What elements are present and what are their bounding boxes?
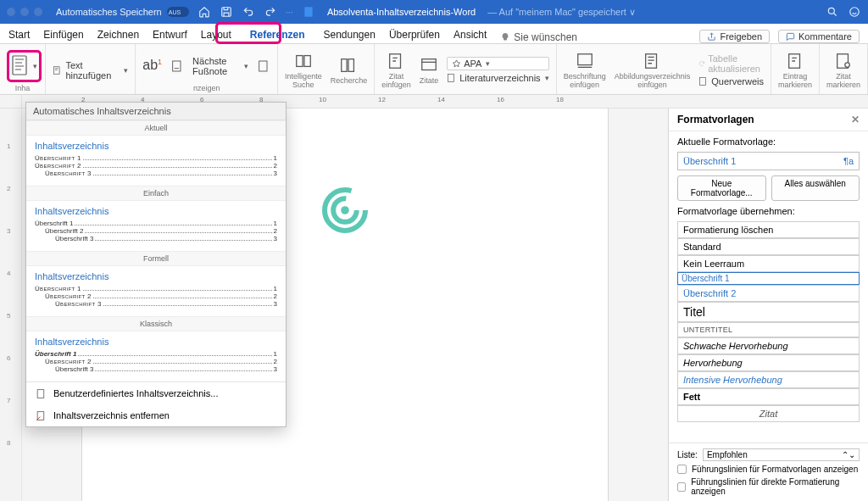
style-list: Formatierung löschen Standard Kein Leerr…	[677, 221, 860, 422]
toc-section-klassisch: Klassisch	[26, 316, 286, 331]
svg-point-23	[341, 206, 349, 214]
svg-rect-13	[422, 58, 437, 70]
show-direct-guides-checkbox[interactable]	[677, 482, 686, 492]
zoom-dot[interactable]	[34, 8, 42, 16]
svg-point-2	[828, 8, 834, 14]
toc-button[interactable]: ▾	[7, 50, 42, 82]
document-icon	[35, 387, 47, 399]
svg-rect-6	[173, 61, 181, 71]
apply-style-label: Formatvorlage übernehmen:	[677, 206, 860, 216]
tab-ueberpruefen[interactable]: Überprüfen	[389, 25, 440, 43]
tab-referenzen[interactable]: Referenzen	[245, 27, 310, 43]
comments-button[interactable]: Kommentare	[778, 30, 860, 43]
remove-toc-menuitem[interactable]: Inhaltsverzeichnis entfernen	[26, 404, 286, 426]
autosave-toggle[interactable]: AUS	[167, 7, 189, 17]
style-subtitle[interactable]: Untertitel	[677, 322, 860, 337]
smart-lookup-button[interactable]: Intelligente Suche	[285, 52, 322, 89]
citations-button[interactable]: Zitate	[420, 56, 439, 85]
insert-caption-button[interactable]: Beschriftung einfügen	[564, 52, 606, 89]
remove-document-icon	[35, 409, 47, 421]
tab-einfuegen[interactable]: Einfügen	[43, 25, 83, 43]
mark-citation-button[interactable]: Zitat markieren	[826, 52, 860, 89]
toc-section-aktuell: Aktuell	[26, 120, 286, 136]
svg-rect-7	[259, 61, 267, 71]
tab-ansicht[interactable]: Ansicht	[453, 25, 487, 43]
toc-group-label: Inha	[7, 84, 38, 92]
style-bold[interactable]: Fett	[677, 388, 860, 405]
select-all-button[interactable]: Alles auswählen	[771, 175, 860, 201]
svg-rect-17	[700, 78, 706, 86]
undo-icon[interactable]	[242, 5, 255, 19]
window-traffic-lights[interactable]	[7, 8, 42, 16]
cross-reference-button[interactable]: Querverweis	[698, 76, 764, 86]
show-style-guides-label: Führungslinien für Formatvorlagen anzeig…	[692, 465, 858, 474]
show-notes-button[interactable]	[257, 59, 270, 73]
bibliography-button[interactable]: Literaturverzeichnis▾	[447, 73, 548, 83]
show-group-label: nzeigen	[142, 84, 270, 92]
research-button[interactable]: Recherche	[331, 56, 368, 85]
toc-section-einfach: Einfach	[26, 186, 286, 201]
toc-preset-klassisch[interactable]: Inhaltsverzeichnis Überschrift 11 Übersc…	[26, 331, 286, 381]
style-standard[interactable]: Standard	[677, 238, 860, 255]
document-save-location[interactable]: — Auf "meinem Mac" gespeichert ∨	[487, 7, 636, 18]
style-heading-2[interactable]: Überschrift 2	[677, 285, 860, 302]
minimize-dot[interactable]	[20, 8, 29, 16]
insert-tof-button[interactable]: Abbildungsverzeichnis einfügen	[615, 52, 691, 89]
citation-style-select[interactable]: APA▾	[447, 57, 548, 70]
style-subtle-emphasis[interactable]: Schwache Hervorhebung	[677, 337, 860, 354]
style-clear-formatting[interactable]: Formatierung löschen	[677, 221, 860, 238]
new-style-button[interactable]: Neue Formatvorlage...	[677, 175, 766, 201]
insert-citation-button[interactable]: Zitat einfügen	[381, 52, 411, 89]
style-quote[interactable]: Zitat	[677, 405, 860, 422]
share-button[interactable]: Freigeben	[699, 30, 770, 43]
ribbon-tabs: Start Einfügen Zeichnen Entwurf Layout R…	[0, 24, 868, 44]
search-icon[interactable]	[826, 5, 839, 19]
tab-start[interactable]: Start	[8, 25, 30, 43]
document-title: Absolventa-Inhaltsverzeichnis-Word	[327, 7, 476, 17]
current-style-display[interactable]: Überschrift 1¶a	[677, 152, 860, 170]
style-title[interactable]: Titel	[677, 302, 860, 322]
toc-preset-aktuell[interactable]: Inhaltsverzeichnis Überschrift 11 Übersc…	[26, 136, 286, 186]
tab-entwurf[interactable]: Entwurf	[153, 25, 187, 43]
vertical-ruler: 12 34 56 78	[0, 109, 22, 501]
mark-entry-button[interactable]: Eintrag markieren	[778, 52, 812, 89]
tab-layout[interactable]: Layout	[201, 25, 231, 43]
home-icon[interactable]	[198, 5, 211, 19]
insert-footnote-button[interactable]: ab1	[142, 58, 162, 73]
close-dot[interactable]	[7, 8, 15, 16]
toc-preset-formell[interactable]: Inhaltsverzeichnis Überschrift 11 Übersc…	[26, 266, 286, 316]
close-pane-icon[interactable]: ✕	[851, 114, 860, 125]
next-footnote-button[interactable]: Nächste Fußnote▾	[192, 56, 248, 76]
share-label: Freigeben	[720, 31, 762, 42]
toc-gallery-popover: Automatisches Inhaltsverzeichnis Aktuell…	[25, 102, 287, 427]
svg-rect-9	[304, 55, 310, 66]
custom-toc-menuitem[interactable]: Benutzerdefiniertes Inhaltsverzeichnis..…	[26, 382, 286, 404]
svg-rect-10	[342, 58, 347, 71]
svg-rect-11	[348, 58, 353, 71]
style-emphasis[interactable]: Hervorhebung	[677, 354, 860, 371]
tab-sendungen[interactable]: Sendungen	[324, 25, 376, 43]
svg-rect-1	[304, 7, 312, 17]
styles-pane-title: Formatvorlagen	[677, 114, 754, 125]
tab-zeichnen[interactable]: Zeichnen	[97, 25, 139, 43]
toc-gallery-header: Automatisches Inhaltsverzeichnis	[26, 103, 286, 120]
insert-endnote-button[interactable]	[170, 59, 184, 73]
toc-preset-einfach[interactable]: Inhaltsverzeichnis Überschrift 11 Übersc…	[26, 201, 286, 251]
list-filter-label: Liste:	[677, 450, 698, 459]
style-heading-1[interactable]: Überschrift 1	[677, 272, 860, 285]
list-filter-select[interactable]: Empfohlen⌃⌄	[703, 448, 860, 461]
styles-pane: Formatvorlagen ✕ Aktuelle Formatvorlage:…	[668, 109, 868, 501]
svg-rect-15	[577, 53, 592, 64]
save-icon[interactable]	[220, 5, 233, 19]
add-text-button[interactable]: Text hinzufügen▾	[53, 60, 128, 81]
smile-feedback-icon[interactable]	[848, 5, 861, 19]
svg-point-3	[850, 8, 860, 17]
style-intense-emphasis[interactable]: Intensive Hervorhebung	[677, 371, 860, 388]
tell-me[interactable]: Sie wünschen	[500, 31, 577, 43]
style-no-spacing[interactable]: Kein Leerraum	[677, 255, 860, 272]
show-style-guides-checkbox[interactable]	[677, 465, 687, 474]
show-direct-guides-label: Führungslinien für direkte Formatierung …	[691, 477, 860, 496]
redo-icon[interactable]	[264, 5, 277, 19]
window-titlebar: Automatisches Speichern AUS ··· Absolven…	[0, 0, 868, 24]
toc-section-formell: Formell	[26, 251, 286, 266]
